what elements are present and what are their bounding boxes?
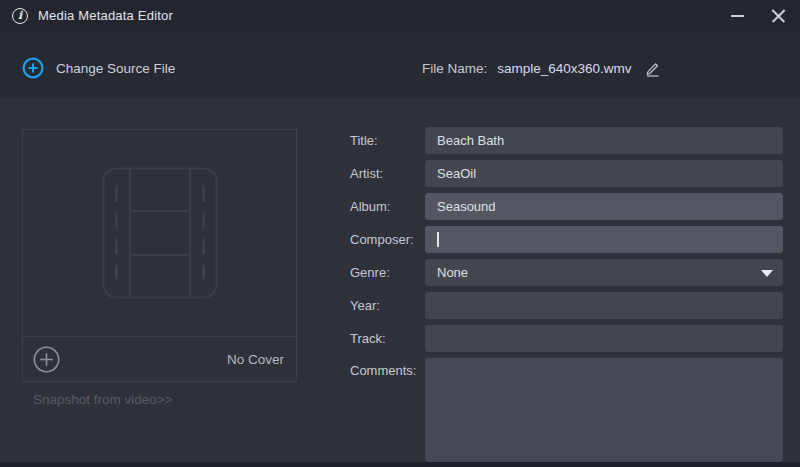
info-icon: i [12, 8, 28, 24]
snapshot-from-video-link[interactable]: Snapshot from video>> [33, 392, 173, 407]
header-band: Change Source File File Name: sample_640… [0, 31, 800, 98]
genre-dropdown[interactable]: None [425, 259, 783, 286]
window-controls [716, 0, 800, 31]
cover-preview [23, 130, 296, 336]
add-cover-plus-icon [33, 346, 60, 373]
metadata-form: Title: Beach Bath Artist: SeaOil Album: … [350, 127, 783, 467]
field-row-album: Album: Seasound [350, 193, 783, 220]
field-row-genre: Genre: None [350, 259, 783, 286]
artist-input[interactable]: SeaOil [425, 160, 783, 187]
change-source-file-button[interactable]: Change Source File [22, 57, 175, 79]
cover-panel: No Cover [22, 129, 297, 382]
info-icon-glyph: i [18, 10, 22, 21]
change-source-file-label: Change Source File [56, 61, 175, 76]
file-name-label: File Name: [422, 61, 487, 76]
window-bottom-edge [0, 462, 800, 467]
composer-label: Composer: [350, 232, 425, 247]
album-input[interactable]: Seasound [425, 193, 783, 220]
artist-value: SeaOil [437, 166, 476, 181]
text-caret [437, 232, 439, 247]
add-cover-button[interactable] [33, 346, 60, 373]
minimize-button[interactable] [716, 0, 758, 31]
artist-label: Artist: [350, 166, 425, 181]
field-row-title: Title: Beach Bath [350, 127, 783, 154]
comments-textarea[interactable] [425, 358, 783, 462]
chevron-down-icon [761, 270, 773, 277]
add-circle-icon [22, 57, 44, 79]
minimize-icon [731, 15, 744, 17]
field-row-artist: Artist: SeaOil [350, 160, 783, 187]
title-label: Title: [350, 133, 425, 148]
field-row-year: Year: [350, 292, 783, 319]
genre-label: Genre: [350, 265, 425, 280]
media-metadata-editor-window: i Media Metadata Editor Change Source Fi… [0, 0, 800, 467]
no-cover-label: No Cover [227, 352, 284, 367]
titlebar: i Media Metadata Editor [0, 0, 800, 31]
year-label: Year: [350, 298, 425, 313]
title-value: Beach Bath [437, 133, 504, 148]
field-row-track: Track: [350, 325, 783, 352]
field-row-composer: Composer: [350, 226, 783, 253]
file-name-value: sample_640x360.wmv [497, 61, 631, 76]
track-label: Track: [350, 331, 425, 346]
year-input[interactable] [425, 292, 783, 319]
comments-label: Comments: [350, 358, 425, 378]
composer-input[interactable] [425, 226, 783, 253]
album-label: Album: [350, 199, 425, 214]
album-value: Seasound [437, 199, 496, 214]
cover-footer: No Cover [23, 336, 296, 381]
track-input[interactable] [425, 325, 783, 352]
genre-value: None [437, 265, 468, 280]
film-strip-icon [102, 167, 218, 299]
close-button[interactable] [758, 0, 800, 31]
field-row-comments: Comments: [350, 358, 783, 462]
edit-pencil-icon[interactable] [644, 60, 661, 77]
title-input[interactable]: Beach Bath [425, 127, 783, 154]
file-name-group: File Name: sample_640x360.wmv [422, 60, 661, 77]
window-title: Media Metadata Editor [38, 8, 173, 23]
